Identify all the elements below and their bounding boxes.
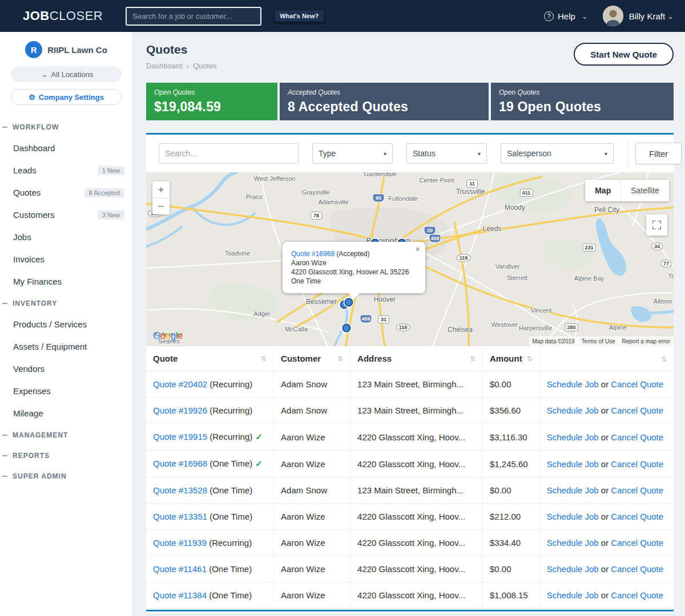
schedule-job-link[interactable]: Schedule Job — [547, 590, 599, 600]
quote-link[interactable]: Quote #11939 — [153, 538, 207, 548]
quote-link[interactable]: Quote #20402 — [153, 379, 207, 389]
topbar-right: ? Help ⌄ Billy Kraft ⌄ — [544, 6, 674, 26]
schedule-job-link[interactable]: Schedule Job — [547, 406, 599, 415]
cancel-quote-link[interactable]: Cancel Quote — [611, 379, 663, 389]
sidebar-item-mileage[interactable]: Mileage — [0, 402, 132, 424]
salesperson-select-value: Salesperson — [507, 149, 551, 158]
quotes-table: Quote⇅Customer⇅Address⇅Amount⇅⇅ Quote #2… — [146, 346, 674, 609]
close-icon[interactable]: × — [415, 245, 420, 254]
address-cell: 4220 Glasscott Xing, Hoov... — [350, 504, 483, 530]
address-cell: 4220 Glasscott Xing, Hoov... — [350, 424, 483, 451]
quote-type: (Recurring) — [209, 379, 252, 389]
sidebar-item-vendors[interactable]: Vendors — [0, 358, 132, 380]
sidebar: R RIIPL Lawn Co ⌄ All Locations ⚙ Compan… — [0, 32, 133, 616]
table-row: Quote #11939 (Recurring)Aaron Wize4220 G… — [146, 530, 674, 556]
sidebar-item-quotes[interactable]: Quotes8 Accepted — [0, 181, 132, 204]
quotes-panel: Type▾ Status▾ Salesperson▾ Filter — [146, 133, 674, 613]
filter-button[interactable]: Filter — [635, 143, 682, 164]
sort-icon: ⇅ — [661, 355, 667, 363]
sidebar-item-customers[interactable]: Customers3 New — [0, 204, 132, 226]
sidebar-section-management[interactable]: MANAGEMENT — [0, 424, 132, 445]
sidebar-item-invoices[interactable]: Invoices — [0, 248, 132, 270]
map-quote-marker[interactable] — [345, 298, 353, 307]
quote-link[interactable]: Quote #13351 — [153, 512, 207, 521]
sidebar-item-jobs[interactable]: Jobs — [0, 226, 132, 248]
route-shield: 119 — [396, 323, 410, 331]
cancel-quote-link[interactable]: Cancel Quote — [611, 432, 663, 442]
quote-link[interactable]: Quote #11461 — [153, 564, 207, 574]
cancel-quote-link[interactable]: Cancel Quote — [611, 538, 663, 548]
zoom-control: + − — [152, 181, 170, 214]
quotes-map[interactable]: GardendaleWest JeffersonCenter PointGray… — [146, 172, 674, 346]
breadcrumb-current: Quotes — [193, 62, 217, 70]
type-select[interactable]: Type▾ — [312, 143, 393, 164]
schedule-job-link[interactable]: Schedule Job — [547, 512, 599, 521]
cancel-quote-link[interactable]: Cancel Quote — [611, 590, 663, 600]
quote-link[interactable]: Quote #19926 — [153, 406, 207, 415]
actions-cell: Schedule Job or Cancel Quote — [539, 424, 674, 451]
column-header-item[interactable]: ⇅ — [539, 346, 674, 371]
stat-card-value: 8 Accepted Quotes — [288, 99, 481, 115]
cancel-quote-link[interactable]: Cancel Quote — [611, 564, 663, 574]
quote-link[interactable]: Quote #16968 — [153, 459, 207, 468]
customer-cell: Aaron Wize — [274, 504, 350, 530]
sidebar-item-label: Invoices — [13, 254, 45, 264]
salesperson-select[interactable]: Salesperson▾ — [501, 143, 614, 164]
map-quote-marker[interactable] — [342, 324, 351, 333]
breadcrumb-separator-icon: › — [187, 62, 189, 70]
column-header-customer[interactable]: Customer⇅ — [274, 346, 350, 371]
sidebar-item-expenses[interactable]: Expenses — [0, 380, 132, 402]
schedule-job-link[interactable]: Schedule Job — [547, 432, 599, 442]
cancel-quote-link[interactable]: Cancel Quote — [611, 406, 663, 415]
quote-link[interactable]: Quote #19915 — [153, 432, 207, 441]
cancel-quote-link[interactable]: Cancel Quote — [611, 512, 663, 521]
column-header-amount[interactable]: Amount⇅ — [482, 346, 539, 371]
whats-new-button[interactable]: What's New? — [274, 10, 324, 22]
schedule-job-link[interactable]: Schedule Job — [547, 459, 599, 469]
terms-of-use-link[interactable]: Terms of Use — [582, 338, 615, 345]
cancel-quote-link[interactable]: Cancel Quote — [611, 459, 663, 469]
user-avatar[interactable] — [603, 6, 623, 26]
schedule-job-link[interactable]: Schedule Job — [547, 564, 599, 574]
sidebar-section-workflow[interactable]: WORKFLOW — [0, 116, 132, 137]
quote-link[interactable]: Quote #13528 — [153, 485, 207, 495]
customer-cell: Adam Snow — [274, 398, 350, 424]
info-quote-link[interactable]: Quote #16968 — [291, 250, 335, 258]
company-settings-button[interactable]: ⚙ Company Settings — [11, 89, 122, 105]
status-select[interactable]: Status▾ — [406, 143, 487, 164]
column-header-address[interactable]: Address⇅ — [350, 346, 483, 371]
sidebar-item-my-finances[interactable]: My Finances — [0, 270, 132, 293]
sidebar-item-dashboard[interactable]: Dashboard — [0, 137, 132, 159]
address-cell: 4220 Glasscott Xing, Hoov... — [350, 556, 483, 582]
quote-link[interactable]: Quote #11384 — [153, 590, 207, 600]
avatar-image — [603, 6, 623, 26]
breadcrumb-dashboard[interactable]: Dashboard — [146, 62, 183, 70]
satellite-button[interactable]: Satellite — [620, 180, 669, 201]
google-logo-letter: e — [178, 330, 183, 341]
quote-cell: Quote #19926 (Recurring) — [146, 398, 274, 424]
zoom-in-button[interactable]: + — [152, 181, 170, 198]
table-row: Quote #19915 (Recurring)✓Aaron Wize4220 … — [146, 424, 674, 451]
sidebar-item-products-services[interactable]: Products / Services — [0, 313, 132, 335]
help-menu[interactable]: ? Help ⌄ — [544, 11, 588, 21]
sidebar-section-super-admin[interactable]: SUPER ADMIN — [0, 465, 132, 486]
report-map-error-link[interactable]: Report a map error — [622, 338, 670, 345]
user-menu[interactable]: Billy Kraft ⌄ — [629, 11, 674, 21]
sidebar-item-leads[interactable]: Leads1 New — [0, 159, 132, 181]
schedule-job-link[interactable]: Schedule Job — [547, 379, 599, 389]
cancel-quote-link[interactable]: Cancel Quote — [611, 485, 663, 495]
map-button[interactable]: Map — [585, 180, 620, 201]
sidebar-section-reports[interactable]: REPORTS — [0, 445, 132, 465]
fullscreen-button[interactable] — [646, 214, 667, 236]
global-search-input[interactable] — [126, 7, 261, 26]
schedule-job-link[interactable]: Schedule Job — [547, 485, 599, 495]
amount-cell: $334.40 — [482, 530, 539, 556]
column-header-quote[interactable]: Quote⇅ — [146, 346, 274, 371]
schedule-job-link[interactable]: Schedule Job — [547, 538, 599, 548]
quotes-search-input[interactable] — [159, 143, 299, 164]
sidebar-item-assets-equipment[interactable]: Assets / Equipment — [0, 335, 132, 358]
all-locations-dropdown[interactable]: ⌄ All Locations — [11, 66, 122, 82]
sidebar-section-inventory[interactable]: INVENTORY — [0, 293, 132, 313]
start-new-quote-button[interactable]: Start New Quote — [574, 43, 674, 66]
zoom-out-button[interactable]: − — [152, 198, 170, 214]
